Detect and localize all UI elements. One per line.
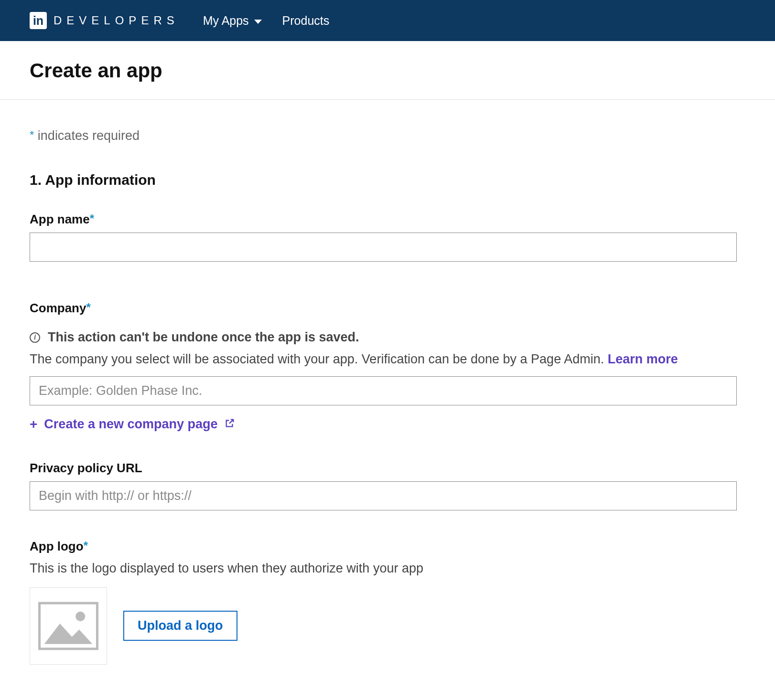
plus-icon: +: [30, 417, 37, 432]
company-warning-text: This action can't be undone once the app…: [48, 330, 359, 345]
logo-row: Upload a logo: [30, 587, 745, 665]
label-company: Company*: [30, 301, 745, 316]
privacy-url-input[interactable]: [30, 481, 737, 510]
label-text: Company: [30, 301, 86, 315]
app-name-input[interactable]: [30, 233, 737, 262]
nav-item-label: Products: [282, 14, 330, 28]
label-text: Privacy policy URL: [30, 461, 142, 475]
brand[interactable]: in DEVELOPERS: [30, 12, 179, 29]
company-help-text: The company you select will be associate…: [30, 350, 745, 369]
form-content: * indicates required 1. App information …: [0, 100, 775, 700]
label-privacy-url: Privacy policy URL: [30, 461, 745, 476]
chevron-down-icon: [254, 14, 262, 28]
nav-items: My Apps Products: [203, 14, 350, 28]
section-title: 1. App information: [30, 172, 745, 188]
image-placeholder-icon: [38, 601, 98, 651]
company-warning-row: i This action can't be undone once the a…: [30, 330, 745, 345]
field-company: Company* i This action can't be undone o…: [30, 301, 745, 432]
nav-item-products[interactable]: Products: [282, 14, 330, 28]
svg-point-1: [75, 611, 85, 621]
info-icon: i: [30, 332, 40, 343]
label-text: App logo: [30, 539, 84, 553]
label-text: App name: [30, 212, 90, 226]
asterisk-icon: *: [30, 128, 34, 141]
nav-item-my-apps[interactable]: My Apps: [203, 14, 262, 28]
required-indicator-text: indicates required: [34, 128, 140, 143]
required-asterisk-icon: *: [90, 212, 94, 225]
create-company-label: Create a new company page: [44, 417, 217, 432]
brand-text: DEVELOPERS: [54, 14, 179, 27]
field-privacy-url: Privacy policy URL: [30, 461, 745, 510]
page-title: Create an app: [30, 59, 745, 82]
logo-placeholder: [30, 587, 107, 665]
required-indicator: * indicates required: [30, 128, 745, 143]
company-help-body: The company you select will be associate…: [30, 352, 608, 366]
field-app-logo: App logo* This is the logo displayed to …: [30, 539, 745, 665]
page-header: Create an app: [0, 41, 775, 100]
upload-logo-button[interactable]: Upload a logo: [123, 611, 237, 641]
field-app-name: App name*: [30, 212, 745, 262]
create-company-page-link[interactable]: + Create a new company page: [30, 417, 235, 432]
logo-help-text: This is the logo displayed to users when…: [30, 560, 745, 578]
linkedin-logo-icon: in: [30, 12, 47, 29]
label-app-name: App name*: [30, 212, 745, 227]
label-app-logo: App logo*: [30, 539, 745, 554]
external-link-icon: [225, 417, 235, 432]
company-input[interactable]: [30, 376, 737, 405]
learn-more-link[interactable]: Learn more: [608, 352, 678, 366]
required-asterisk-icon: *: [86, 301, 90, 314]
required-asterisk-icon: *: [84, 539, 88, 552]
nav-item-label: My Apps: [203, 14, 249, 28]
top-nav: in DEVELOPERS My Apps Products: [0, 0, 775, 41]
